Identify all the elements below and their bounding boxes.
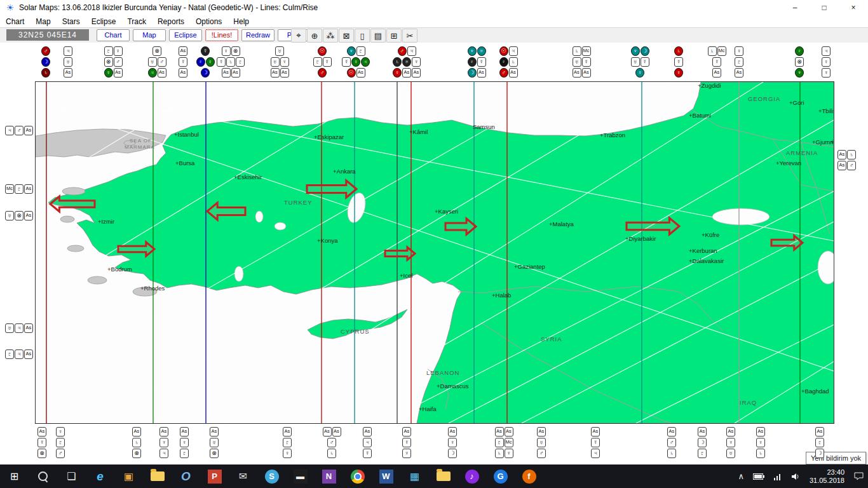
glyph-row: ♂ xyxy=(41,46,50,57)
glyph-row: ♇♄ xyxy=(499,57,518,68)
network-icon[interactable] xyxy=(769,464,787,488)
taskbar-icons: ⊞❏e▣OP✉S▬NW▦♪Gf xyxy=(0,464,543,488)
planet-glyph-tile: ⊗ xyxy=(104,57,113,67)
city-label: +Diyarbakir xyxy=(625,235,656,242)
country-label: IRAQ xyxy=(740,399,757,406)
glyph-group: As☿♃ xyxy=(591,427,600,459)
word-icon[interactable]: W xyxy=(372,464,400,488)
groove-icon-glyph: G xyxy=(494,470,508,484)
planet-glyph-tile: ☉ xyxy=(499,46,508,56)
track-tool[interactable]: ⁂ xyxy=(323,29,338,43)
glyph-row: ☽ xyxy=(201,68,210,79)
planet-glyph-tile: As xyxy=(726,427,735,437)
glyph-group: As♅⊗ xyxy=(210,427,219,459)
media-icon[interactable]: ♪ xyxy=(458,464,486,488)
outlook-icon[interactable]: O xyxy=(172,464,200,488)
glyph-row: ♂♃ xyxy=(398,46,416,57)
groove-icon[interactable]: G xyxy=(486,464,515,488)
search-button[interactable] xyxy=(29,464,57,488)
planet-glyph-tile: As xyxy=(573,68,581,78)
planet-glyph-tile: ♇ xyxy=(196,57,205,67)
planet-glyph-tile: Mc xyxy=(582,46,591,56)
planet-glyph-tile: ♃ xyxy=(5,126,14,135)
window-controls: – □ × xyxy=(780,0,868,15)
zoom-tool[interactable]: ⊕ xyxy=(307,29,322,43)
glyph-row: ⊗ xyxy=(153,46,161,57)
planet-glyph-tile: ♅ xyxy=(271,57,280,67)
planet-glyph-tile: As xyxy=(591,427,600,437)
glyph-group: ♄☿♀ xyxy=(674,46,684,79)
task-view-button[interactable]: ❏ xyxy=(57,464,86,488)
toolbar-button-redraw[interactable]: Redraw xyxy=(241,29,275,41)
menu-item-help[interactable]: Help xyxy=(227,17,255,26)
select-tool[interactable]: ⌖ xyxy=(291,29,306,43)
firefox-icon[interactable]: f xyxy=(515,464,543,488)
toolbar-button-map[interactable]: Map xyxy=(133,29,166,41)
folder-icon[interactable] xyxy=(429,464,458,488)
planet-glyph-tile: ♄ xyxy=(756,449,765,458)
tray-time: 23:40 xyxy=(810,468,844,477)
planet-glyph-tile: ♆ xyxy=(468,46,477,56)
action-center-icon[interactable] xyxy=(850,464,868,488)
planet-glyph-tile: ♇ xyxy=(356,46,365,56)
toolbar-button-lines[interactable]: !Lines! xyxy=(205,29,238,41)
toolbar-buttons: ChartMapEclipse!Lines!RedrawPrev xyxy=(97,29,311,41)
photos-icon[interactable]: ▦ xyxy=(400,464,429,488)
planet-glyph-tile: ☽ xyxy=(41,57,50,67)
menu-item-options[interactable]: Options xyxy=(190,17,227,26)
glyph-row: ♀ xyxy=(448,438,457,449)
glyph-row: ♀ xyxy=(756,438,765,449)
planet-glyph-tile: ♅ xyxy=(64,57,72,67)
flag-tool[interactable]: ▯ xyxy=(355,29,370,43)
title-bar: ☀ Solar Maps: 13.06.2018 Ikizler Burcund… xyxy=(0,0,868,16)
glyph-row: ♅☿ xyxy=(573,57,591,68)
clapper-icon[interactable]: ▬ xyxy=(286,464,315,488)
capture-tool-icon[interactable]: N xyxy=(315,464,343,488)
glyph-group: ♇⊗♆ xyxy=(795,46,804,79)
menu-item-reports[interactable]: Reports xyxy=(152,17,190,26)
planet-glyph-tile: As xyxy=(222,68,231,78)
glyph-row: As xyxy=(132,427,141,438)
mail-icon[interactable]: ✉ xyxy=(229,464,257,488)
delete-tool[interactable]: ⊠ xyxy=(339,29,354,43)
menu-item-map[interactable]: Map xyxy=(30,17,56,26)
solar-maps-window: ☀ Solar Maps: 13.06.2018 Ikizler Burcund… xyxy=(0,0,868,488)
menu-item-stars[interactable]: Stars xyxy=(57,17,86,26)
panes-tool[interactable]: ▤ xyxy=(370,29,386,43)
planet-glyph-tile: As xyxy=(24,211,33,220)
astro-map[interactable]: +Istanbul+Bursa+Eskisehir+Ankara+Eskipaz… xyxy=(36,82,834,423)
tray-chevron-icon[interactable]: ∧ xyxy=(733,464,749,488)
planet-glyph-tile: ♂ xyxy=(318,68,327,78)
glyph-group: ♆♇☿♀♃☉As xyxy=(342,46,370,79)
toolbar-button-eclipse[interactable]: Eclipse xyxy=(169,29,202,41)
maximize-button[interactable]: □ xyxy=(810,0,839,15)
glyph-row: ♆♇ xyxy=(347,46,365,57)
close-button[interactable]: × xyxy=(839,0,868,15)
planet-glyph-tile: As xyxy=(37,427,46,437)
edge-icon[interactable]: e xyxy=(86,464,114,488)
cut-tool[interactable]: ✂ xyxy=(402,29,417,43)
impress-icon[interactable]: P xyxy=(200,464,229,488)
menu-item-track[interactable]: Track xyxy=(121,17,152,26)
volume-icon[interactable] xyxy=(787,464,804,488)
city-label: +Konya xyxy=(317,237,338,244)
app-icon-amber[interactable]: ▣ xyxy=(114,464,143,488)
minimize-button[interactable]: – xyxy=(780,0,810,15)
battery-icon[interactable] xyxy=(749,464,769,488)
menu-item-chart[interactable]: Chart xyxy=(0,17,30,26)
city-label: +Malatya xyxy=(549,220,574,227)
clock[interactable]: 23:40 31.05.2018 xyxy=(804,468,850,485)
skype-icon[interactable]: S xyxy=(257,464,286,488)
menu-bar: ChartMapStarsEclipseTrackReportsOptionsH… xyxy=(0,15,868,27)
glyph-row: ⊗ xyxy=(132,449,141,459)
skype-icon-glyph: S xyxy=(265,470,279,484)
start-button[interactable]: ⊞ xyxy=(0,464,29,488)
file-explorer-icon[interactable] xyxy=(143,464,172,488)
toolbar-button-chart[interactable]: Chart xyxy=(97,29,130,41)
menu-item-eclipse[interactable]: Eclipse xyxy=(86,17,122,26)
glyph-group: As♆♅ xyxy=(726,427,736,459)
city-label: +Gori xyxy=(789,99,804,106)
chrome-icon[interactable] xyxy=(343,464,372,488)
planet-glyph-tile: ♇ xyxy=(313,57,322,67)
window-tool[interactable]: ⊞ xyxy=(386,29,402,43)
